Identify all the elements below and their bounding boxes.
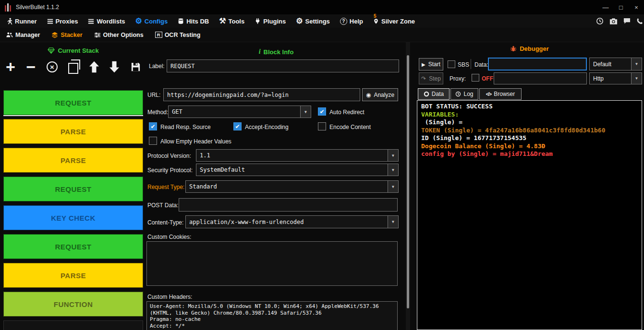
block-info-header: i Block Info xyxy=(146,48,406,56)
custom-cookies-caption: Custom Cookies: xyxy=(147,234,191,240)
copy-icon xyxy=(68,63,78,74)
stack-block[interactable]: PARSE xyxy=(3,148,143,173)
close-button[interactable]: × xyxy=(629,0,644,14)
scrollbar-thumb[interactable] xyxy=(407,55,409,308)
menu-item-label: Help xyxy=(350,18,363,25)
save-stack-button[interactable] xyxy=(130,61,141,72)
post-data-input[interactable] xyxy=(179,198,398,212)
move-down-button[interactable] xyxy=(109,61,119,73)
protocol-version-dropdown[interactable]: 1.1 xyxy=(196,149,399,162)
layers-icon xyxy=(51,32,58,38)
wordlist-type-dropdown[interactable]: Default xyxy=(589,58,642,71)
encode-content-checkbox[interactable] xyxy=(318,122,326,130)
url-input[interactable]: https://dogeminingpaid.com/?a=login xyxy=(163,88,360,101)
menu-item-label: Runner xyxy=(15,18,37,25)
analyze-button[interactable]: ◉ Analyze xyxy=(362,88,398,101)
bug-icon xyxy=(510,45,517,52)
chevron-down-icon[interactable] xyxy=(388,181,398,192)
submenu-item-label: Other Options xyxy=(103,32,144,38)
auto-redirect-checkbox[interactable] xyxy=(318,107,326,116)
chevron-down-icon[interactable] xyxy=(388,164,398,176)
minimize-button[interactable]: — xyxy=(598,0,613,14)
submenu-item-other-options[interactable]: Other Options xyxy=(94,32,144,38)
vertical-scrollbar[interactable] xyxy=(406,42,410,330)
stack-block[interactable]: REQUEST xyxy=(3,90,143,115)
menu-item-silver-zone[interactable]: 5 Silver Zone xyxy=(373,18,415,25)
step-button[interactable]: ↷ Step xyxy=(419,72,443,84)
custom-headers-textarea[interactable]: User-Agent: Mozilla/5.0 (Windows NT 10.0… xyxy=(146,301,398,330)
remove-block-button[interactable]: − xyxy=(26,59,36,74)
post-data-caption: POST Data: xyxy=(147,202,178,209)
stack-toolbar: + − × xyxy=(6,58,141,76)
menu-item-help[interactable]: ? Help xyxy=(340,18,363,25)
list-icon xyxy=(47,18,53,24)
help-icon: ? xyxy=(340,18,347,25)
tab-browser[interactable]: </> Browser xyxy=(479,88,522,100)
stack-block[interactable]: KEY CHECK xyxy=(3,205,143,230)
menu-item-tools[interactable]: ⚒ Tools xyxy=(219,18,244,25)
submenu-item-stacker[interactable]: Stacker xyxy=(51,32,82,38)
menu-item-configs[interactable]: ⚙ Configs xyxy=(135,18,168,25)
stack-block[interactable]: REQUEST xyxy=(3,177,143,201)
stack-block[interactable]: PARSE xyxy=(3,119,143,144)
arrow-up-icon xyxy=(89,61,99,73)
content-type-dropdown[interactable]: application/x-www-form-urlencoded xyxy=(185,215,399,228)
allow-empty-header-values-checkbox[interactable] xyxy=(149,137,157,145)
info-icon: i xyxy=(259,48,261,56)
menu-item-runner[interactable]: Runner xyxy=(6,18,37,25)
stack-block[interactable]: REQUEST xyxy=(3,234,143,259)
tab-data[interactable]: Data xyxy=(418,88,450,100)
history-icon[interactable] xyxy=(596,17,604,25)
current-stack-header: Current Stack xyxy=(0,47,146,54)
url-caption: URL: xyxy=(147,92,160,98)
label-input[interactable]: REQUEST xyxy=(167,59,399,72)
menu-item-hits-db[interactable]: Hits DB xyxy=(178,18,209,25)
code-icon: </> xyxy=(486,92,491,97)
add-block-button[interactable]: + xyxy=(6,59,15,74)
chevron-down-icon[interactable] xyxy=(388,216,398,228)
duplicate-block-button[interactable] xyxy=(68,60,78,74)
stack-block[interactable]: PARSE xyxy=(3,263,143,288)
menu-item-wordlists[interactable]: Wordlists xyxy=(88,18,125,25)
silver-zone-badge: 5 xyxy=(374,13,377,19)
start-button[interactable]: ▶ Start xyxy=(419,58,443,71)
submenu-item-label: Stacker xyxy=(61,32,82,38)
gear-icon: ⚙ xyxy=(135,18,142,24)
allow-empty-header-values-label: Allow Empty Header Values xyxy=(160,138,231,145)
proxy-type-dropdown[interactable]: Http xyxy=(589,72,642,84)
menu-item-plugins[interactable]: Plugins xyxy=(255,18,286,25)
stack-block[interactable]: FUNCTION xyxy=(3,292,143,317)
chevron-down-icon[interactable] xyxy=(631,58,642,70)
clear-stack-button[interactable]: × xyxy=(47,61,58,72)
menu-item-proxies[interactable]: Proxies xyxy=(47,18,78,25)
window-title: SilverBullet 1.1.2 xyxy=(16,4,59,11)
read-resp-source-checkbox[interactable] xyxy=(149,122,157,130)
chat-icon[interactable] xyxy=(623,18,631,24)
menu-item-label: Tools xyxy=(229,18,245,25)
debug-output[interactable]: BOT STATUS: SUCCESS VARIABLES: (Single) … xyxy=(417,100,642,330)
menu-item-settings[interactable]: ⚙ Settings xyxy=(296,18,330,25)
debug-data-input[interactable] xyxy=(488,58,587,71)
donut-icon xyxy=(424,91,429,97)
tab-log[interactable]: Log xyxy=(450,88,478,100)
proxy-checkbox[interactable] xyxy=(472,74,479,82)
chevron-down-icon[interactable] xyxy=(300,106,311,118)
chevron-down-icon[interactable] xyxy=(631,73,642,84)
security-protocol-dropdown[interactable]: SystemDefault xyxy=(196,164,399,176)
chevron-down-icon[interactable] xyxy=(388,150,398,161)
submenu-item-manager[interactable]: Manager xyxy=(6,32,40,38)
phone-icon[interactable] xyxy=(636,18,643,24)
maximize-button[interactable]: □ xyxy=(613,0,629,14)
submenu-item-ocr-testing[interactable]: R OCR Testing xyxy=(155,32,201,38)
move-up-button[interactable] xyxy=(89,61,99,73)
custom-cookies-textarea[interactable] xyxy=(146,241,398,286)
submenu-item-label: Manager xyxy=(15,32,40,38)
submenu-item-label: OCR Testing xyxy=(165,32,201,38)
proxy-input[interactable] xyxy=(494,72,587,84)
method-dropdown[interactable]: GET xyxy=(168,106,311,118)
sbs-checkbox[interactable] xyxy=(448,60,455,68)
request-type-dropdown[interactable]: Standard xyxy=(185,180,399,193)
stack-block[interactable] xyxy=(3,320,143,330)
screenshot-icon[interactable] xyxy=(609,18,618,25)
accept-encoding-checkbox[interactable] xyxy=(233,122,242,130)
